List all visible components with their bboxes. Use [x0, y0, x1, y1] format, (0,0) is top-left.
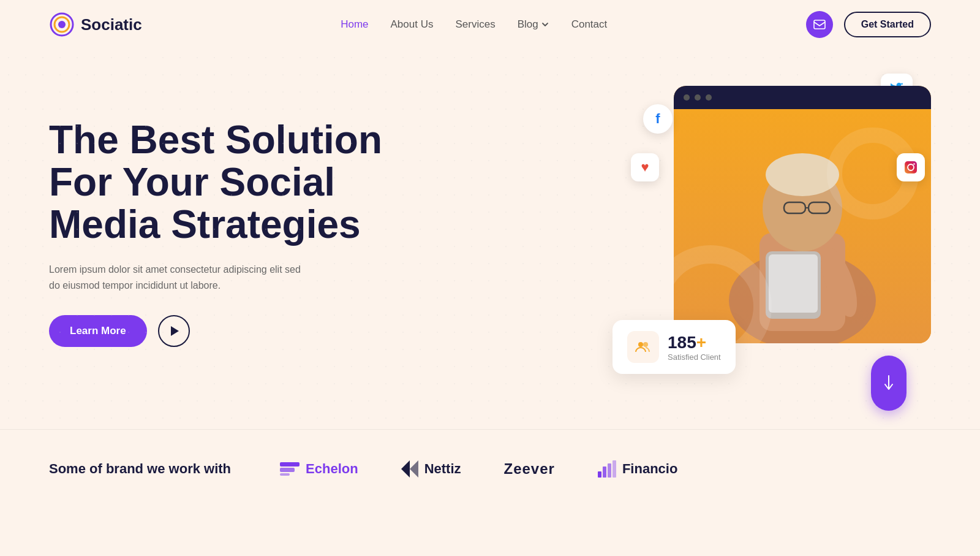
- nav-home[interactable]: Home: [341, 18, 368, 31]
- hero-title: The Best Solution For Your Social Media …: [49, 119, 392, 246]
- hero-left: The Best Solution For Your Social Media …: [49, 119, 392, 348]
- scroll-down-icon: [883, 375, 895, 392]
- hero-person: [674, 109, 931, 343]
- stats-label: Satisfied Client: [668, 352, 721, 362]
- svg-point-18: [643, 342, 648, 347]
- stats-card: 185+ Satisfied Client: [612, 320, 736, 374]
- navbar: Sociatic Home About Us Services Blog Con…: [0, 0, 980, 49]
- svg-rect-14: [905, 161, 917, 173]
- svg-rect-25: [598, 471, 601, 478]
- brands-section: Some of brand we work with Echelon Netti…: [0, 429, 980, 509]
- svg-rect-12: [769, 254, 818, 313]
- play-button[interactable]: [158, 315, 190, 347]
- like-float: ♥: [631, 153, 659, 181]
- nav-services[interactable]: Services: [455, 18, 495, 31]
- logo[interactable]: Sociatic: [49, 12, 142, 37]
- logo-text: Sociatic: [81, 15, 142, 34]
- dot1: [684, 94, 690, 101]
- brands-logos: Echelon Nettiz Zeever Financio: [280, 460, 931, 478]
- svg-point-17: [638, 342, 643, 347]
- svg-point-16: [913, 163, 914, 164]
- brands-title: Some of brand we work with: [49, 460, 231, 478]
- scroll-button[interactable]: [871, 356, 907, 411]
- nav-blog[interactable]: Blog: [518, 18, 549, 31]
- brand-zeever: Zeever: [504, 460, 555, 478]
- brand-financio: Financio: [598, 460, 677, 478]
- svg-marker-23: [401, 460, 410, 478]
- stats-number: 185+: [668, 333, 721, 352]
- nav-about[interactable]: About Us: [391, 18, 434, 31]
- nav-contact[interactable]: Contact: [571, 18, 608, 31]
- stats-info: 185+ Satisfied Client: [668, 333, 721, 362]
- get-started-button[interactable]: Get Started: [844, 12, 931, 37]
- hero-card: [674, 86, 931, 343]
- email-button[interactable]: [806, 11, 833, 38]
- svg-rect-3: [814, 20, 825, 29]
- svg-rect-26: [603, 467, 606, 478]
- instagram-float: [897, 153, 925, 181]
- dot2: [695, 94, 701, 101]
- svg-marker-24: [410, 460, 418, 478]
- facebook-float: f: [643, 104, 673, 134]
- clients-icon: [635, 338, 652, 356]
- nav-links: Home About Us Services Blog Contact: [341, 18, 607, 31]
- brand-echelon: Echelon: [280, 461, 358, 477]
- hero-description: Lorem ipsum dolor sit amet consectetur a…: [49, 262, 306, 293]
- brand-nettiz: Nettiz: [401, 460, 461, 478]
- svg-rect-27: [608, 463, 611, 478]
- hero-section: The Best Solution For Your Social Media …: [0, 49, 980, 429]
- hero-actions: Learn More: [49, 315, 392, 347]
- card-header: [674, 86, 931, 109]
- nav-right: Get Started: [806, 11, 931, 38]
- chevron-down-icon: [541, 20, 549, 29]
- instagram-icon: [903, 160, 918, 175]
- hero-right: f ♥: [625, 74, 931, 392]
- financio-icon: [598, 460, 616, 478]
- nav-blog-link[interactable]: Blog: [518, 18, 538, 31]
- email-icon: [813, 20, 826, 29]
- echelon-icon: [280, 462, 300, 476]
- svg-rect-20: [280, 462, 300, 467]
- svg-rect-21: [280, 468, 295, 472]
- dot3: [706, 94, 712, 101]
- play-icon: [170, 326, 179, 337]
- learn-more-button[interactable]: Learn More: [49, 315, 147, 347]
- stats-icon: [627, 331, 659, 363]
- nettiz-icon: [401, 460, 418, 478]
- svg-point-2: [58, 21, 66, 28]
- svg-rect-28: [612, 460, 616, 478]
- svg-rect-22: [280, 473, 290, 476]
